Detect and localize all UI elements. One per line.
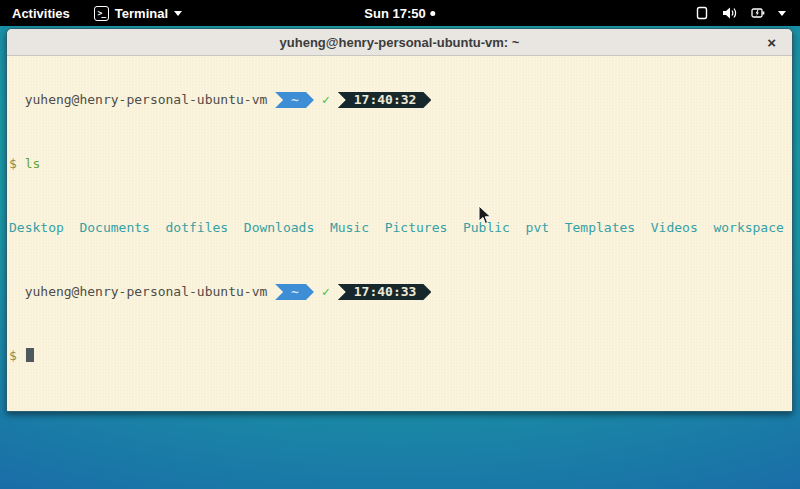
prompt-time-segment: 17:40:33 — [338, 284, 432, 300]
prompt-time-segment: 17:40:32 — [338, 92, 432, 108]
battery-charging-icon — [750, 5, 766, 21]
desktop-background: Activities Terminal Sun 17:50 — [0, 0, 800, 489]
top-bar: Activities Terminal Sun 17:50 — [0, 0, 800, 26]
prompt-symbol: $ — [9, 348, 17, 363]
volume-icon — [722, 5, 738, 21]
activities-button[interactable]: Activities — [0, 0, 82, 26]
terminal-cursor — [26, 348, 34, 362]
prompt-line: yuheng@henry-personal-ubuntu-vm ~✓17:40:… — [9, 284, 790, 300]
command-line: $ — [9, 348, 790, 364]
close-icon[interactable]: × — [763, 33, 780, 52]
command-text: ls — [25, 156, 41, 171]
window-titlebar[interactable]: yuheng@henry-personal-ubuntu-vm: ~ × — [7, 29, 792, 56]
chevron-down-icon — [174, 11, 182, 16]
chevron-down-icon — [778, 11, 786, 16]
status-check-icon: ✓ — [322, 284, 330, 299]
command-line: $ ls — [9, 156, 790, 172]
status-check-icon: ✓ — [322, 92, 330, 107]
app-menu-label: Terminal — [115, 6, 168, 21]
app-menu-terminal[interactable]: Terminal — [82, 0, 194, 26]
ls-output: Desktop Documents dotfiles Downloads Mus… — [9, 220, 790, 236]
prompt-path-segment: ~ — [275, 92, 314, 108]
display-icon — [694, 5, 710, 21]
terminal-content[interactable]: yuheng@henry-personal-ubuntu-vm ~✓17:40:… — [7, 56, 792, 411]
prompt-user-host: yuheng@henry-personal-ubuntu-vm — [9, 92, 275, 107]
clock-label: Sun 17:50 — [364, 6, 425, 21]
system-tray[interactable] — [680, 0, 800, 26]
terminal-icon — [94, 6, 109, 21]
prompt-line: yuheng@henry-personal-ubuntu-vm ~✓17:40:… — [9, 92, 790, 108]
clock[interactable]: Sun 17:50 — [356, 0, 443, 26]
notification-dot-icon — [431, 11, 436, 16]
prompt-path-segment: ~ — [275, 284, 314, 300]
mouse-cursor-icon — [478, 205, 493, 230]
prompt-user-host: yuheng@henry-personal-ubuntu-vm — [9, 284, 275, 299]
terminal-window: yuheng@henry-personal-ubuntu-vm: ~ × yuh… — [6, 28, 793, 412]
window-title: yuheng@henry-personal-ubuntu-vm: ~ — [280, 35, 520, 50]
prompt-symbol: $ — [9, 156, 17, 171]
